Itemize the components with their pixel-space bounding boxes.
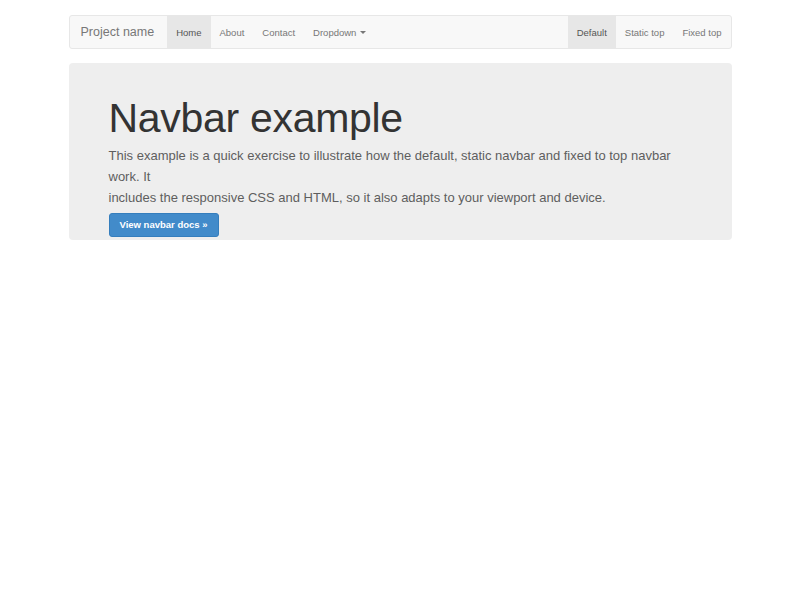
nav-item-label: Home bbox=[176, 27, 201, 38]
page: Project name Home About Contact Dropdown… bbox=[0, 0, 800, 600]
nav-item-dropdown[interactable]: Dropdown bbox=[304, 16, 375, 48]
nav-item-static-top[interactable]: Static top bbox=[616, 16, 674, 48]
nav-item-label: Contact bbox=[262, 27, 295, 38]
description-line: This example is a quick exercise to illu… bbox=[109, 145, 692, 187]
navbar: Project name Home About Contact Dropdown… bbox=[69, 15, 732, 49]
nav-item-default[interactable]: Default bbox=[568, 16, 616, 48]
description-line: includes the responsive CSS and HTML, so… bbox=[109, 187, 692, 208]
nav-item-home[interactable]: Home bbox=[167, 16, 210, 48]
nav-item-about[interactable]: About bbox=[211, 16, 254, 48]
nav-item-contact[interactable]: Contact bbox=[253, 16, 304, 48]
jumbotron-description: This example is a quick exercise to illu… bbox=[109, 145, 692, 208]
nav-item-label: About bbox=[220, 27, 245, 38]
view-navbar-docs-button[interactable]: View navbar docs » bbox=[109, 213, 219, 237]
caret-down-icon bbox=[360, 31, 366, 34]
jumbotron: Navbar example This example is a quick e… bbox=[69, 63, 732, 240]
page-title: Navbar example bbox=[109, 97, 692, 140]
nav-item-label: Default bbox=[577, 27, 607, 38]
navbar-brand[interactable]: Project name bbox=[70, 16, 168, 48]
nav-item-fixed-top[interactable]: Fixed top bbox=[673, 16, 730, 48]
navbar-nav-right: Default Static top Fixed top bbox=[568, 16, 731, 48]
nav-item-label: Static top bbox=[625, 27, 665, 38]
nav-item-label: Fixed top bbox=[682, 27, 721, 38]
navbar-nav-left: Home About Contact Dropdown bbox=[167, 16, 375, 48]
nav-item-label: Dropdown bbox=[313, 27, 356, 38]
